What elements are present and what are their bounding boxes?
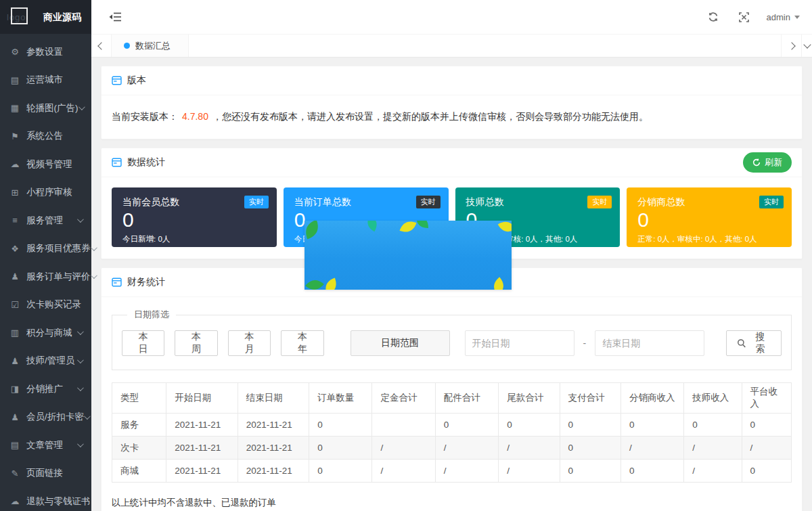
cell: 0 xyxy=(560,414,621,437)
sidebar-item-service-mgmt[interactable]: ≡服务管理 xyxy=(0,206,91,235)
date-filter-legend: 日期筛选 xyxy=(127,309,176,321)
cell: 0 xyxy=(684,414,742,437)
share-icon: ◨ xyxy=(9,384,21,394)
sitemap-icon: ⊞ xyxy=(9,187,21,198)
search-button[interactable]: 搜 索 xyxy=(726,330,782,356)
checkbox-icon: ☑ xyxy=(9,300,21,310)
document-icon: ▤ xyxy=(9,440,21,450)
sidebar-item-refunds-certs[interactable]: ☁退款与零钱证书 xyxy=(0,487,91,511)
tabs-scroll-left-button[interactable] xyxy=(91,35,112,57)
refresh-icon xyxy=(708,12,719,22)
admin-username: admin xyxy=(767,12,790,22)
stat-value: 0 xyxy=(122,209,266,231)
table-row-mall: 商城 2021-11-21 2021-11-21 0 / / / 0 0 / 0 xyxy=(112,460,792,483)
start-date-input[interactable] xyxy=(465,330,574,356)
version-panel: 版本 当前安装版本：4.7.80，您还没有发布版本，请进入发布设置，提交新的版本… xyxy=(101,66,803,139)
sidebar-item-video-channel[interactable]: ☁视频号管理 xyxy=(0,150,91,179)
cell: / xyxy=(372,460,435,483)
filter-week-button[interactable]: 本周 xyxy=(175,330,217,356)
leaf-icon xyxy=(319,275,342,290)
panel-title: 版本 xyxy=(127,74,146,87)
cell: 2021-11-21 xyxy=(238,414,309,437)
leaf-icon xyxy=(414,221,430,230)
tabs-more-dropdown[interactable] xyxy=(801,35,812,57)
sidebar-item-orders-reviews[interactable]: ♟服务订单与评价 xyxy=(0,263,91,291)
realtime-badge: 实时 xyxy=(759,196,784,208)
version-message: 当前安装版本：4.7.80，您还没有发布版本，请进入发布设置，提交新的版本并上传… xyxy=(112,106,792,129)
chevron-down-icon xyxy=(77,384,84,391)
col-header: 类型 xyxy=(112,383,166,414)
search-icon xyxy=(737,338,746,348)
col-header: 分销商收入 xyxy=(621,383,683,414)
chevron-down-icon xyxy=(84,413,91,420)
refresh-label: 刷新 xyxy=(765,156,782,169)
stats-panel-header: 数据统计 刷新 xyxy=(102,148,802,177)
sidebar-item-miniprogram-review[interactable]: ⊞小程序审核 xyxy=(0,179,91,207)
cell xyxy=(372,414,435,437)
sidebar-item-articles[interactable]: ▤文章管理 xyxy=(0,431,91,460)
date-range-button[interactable]: 日期范围 xyxy=(351,330,450,356)
col-header: 技师收入 xyxy=(684,383,742,414)
card-icon xyxy=(112,158,122,167)
leaf-icon xyxy=(361,221,384,234)
filter-year-button[interactable]: 本年 xyxy=(281,330,323,356)
filter-month-button[interactable]: 本月 xyxy=(228,330,271,356)
pencil-icon: ✎ xyxy=(9,468,21,479)
cell: 2021-11-21 xyxy=(238,460,309,483)
stat-value: 0 xyxy=(637,209,781,231)
cell: 2021-11-21 xyxy=(238,437,309,460)
fullscreen-button[interactable] xyxy=(736,9,752,25)
table-row-service: 服务 2021-11-21 2021-11-21 0 0 0 0 0 0 0 xyxy=(112,414,792,437)
gear-icon: ⚙ xyxy=(9,47,21,57)
sidebar-item-coupons[interactable]: ❖服务项目优惠券 xyxy=(0,235,91,263)
cell: 0 xyxy=(742,460,791,483)
building-icon: ▤ xyxy=(9,75,21,85)
version-prefix: 当前安装版本： xyxy=(112,111,178,122)
finance-table: 类型 开始日期 结束日期 订单数量 定金合计 配件合计 尾款合计 支付合计 分销… xyxy=(112,382,792,483)
finance-panel: 财务统计 日期筛选 本日 本周 本月 本年 日期范围 - xyxy=(101,267,803,511)
col-header: 支付合计 xyxy=(560,383,621,414)
cell: 0 xyxy=(742,414,791,437)
cell: 0 xyxy=(560,437,621,460)
collapse-sidebar-button[interactable] xyxy=(106,9,124,24)
cell: / xyxy=(621,437,683,460)
cell: 0 xyxy=(560,460,621,483)
col-header: 配件合计 xyxy=(435,383,498,414)
sidebar-item-banner-ads[interactable]: ▦轮播图(广告) xyxy=(0,94,91,123)
sidebar-item-cities[interactable]: ▤运营城市 xyxy=(0,66,91,95)
admin-user-dropdown[interactable]: admin xyxy=(767,12,800,22)
leaf-icon xyxy=(487,274,512,290)
brand-title: 商业源码 xyxy=(43,0,81,34)
chevron-down-icon xyxy=(803,41,811,48)
sidebar-item-params[interactable]: ⚙参数设置 xyxy=(0,38,91,66)
realtime-badge: 实时 xyxy=(244,196,269,208)
logo-bar[interactable]: logo 商业源码 xyxy=(0,0,91,34)
version-suffix: ，您还没有发布版本，请进入发布设置，提交新的版本并上传微信审核，否则会导致部分功… xyxy=(212,111,648,122)
sidebar-item-announcements[interactable]: ⚑系统公告 xyxy=(0,123,91,151)
refresh-stats-button[interactable]: 刷新 xyxy=(743,152,792,173)
card-icon xyxy=(112,76,122,85)
sidebar-item-card-purchases[interactable]: ☑次卡购买记录 xyxy=(0,291,91,319)
sidebar-item-points-mall[interactable]: ▥积分与商城 xyxy=(0,319,91,347)
tabs-scroll-right-button[interactable] xyxy=(781,35,801,57)
date-separator: - xyxy=(583,338,587,349)
refresh-page-button[interactable] xyxy=(705,9,721,25)
cell: / xyxy=(684,437,742,460)
sidebar-item-page-links[interactable]: ✎页面链接 xyxy=(0,460,91,488)
end-date-input[interactable] xyxy=(595,330,704,356)
sidebar-item-members-cards[interactable]: ♟会员/折扣卡密 xyxy=(0,403,91,432)
sidebar-item-distribution[interactable]: ◨分销推广 xyxy=(0,375,91,403)
statistics-notes: 以上统计中均不含退款中、已退款的订单 一、服务收入统计方法说明: a) 订单数量… xyxy=(112,493,792,511)
filter-today-button[interactable]: 本日 xyxy=(122,330,164,356)
stat-card-distributors: 分销商总数 实时 0 正常: 0人，审核中: 0人，其他: 0人 xyxy=(627,187,792,247)
panel-title: 数据统计 xyxy=(127,156,165,169)
cell: 0 xyxy=(621,414,683,437)
tab-data-summary[interactable]: 数据汇总 xyxy=(112,35,189,57)
chevron-down-icon xyxy=(77,328,84,335)
finance-table-header-row: 类型 开始日期 结束日期 订单数量 定金合计 配件合计 尾款合计 支付合计 分销… xyxy=(112,383,792,414)
sidebar-item-technicians-admins[interactable]: ♟技师/管理员 xyxy=(0,347,91,376)
refresh-circle-icon xyxy=(752,158,761,166)
cell: 0 xyxy=(309,437,372,460)
leaf-icon xyxy=(304,221,325,242)
col-header: 定金合计 xyxy=(372,383,435,414)
